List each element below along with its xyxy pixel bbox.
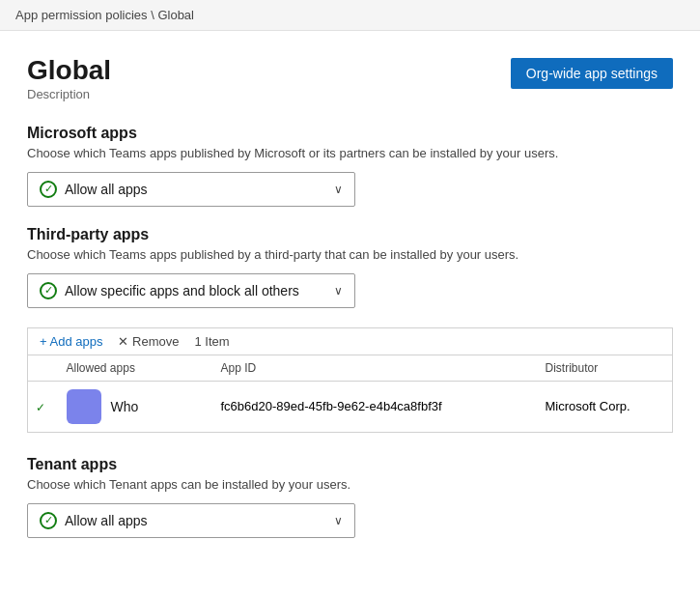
col-header-distributor: Distributor	[538, 355, 673, 381]
third-party-apps-dropdown-value: Allow specific apps and block all others	[65, 283, 299, 298]
third-party-apps-dropdown[interactable]: ✓ Allow specific apps and block all othe…	[27, 273, 355, 308]
col-header-app-id: App ID	[213, 355, 538, 381]
microsoft-apps-title: Microsoft apps	[27, 125, 673, 142]
third-party-apps-desc: Choose which Teams apps published by a t…	[27, 247, 673, 262]
org-wide-settings-button[interactable]: Org-wide app settings	[511, 58, 673, 89]
header-row: Global Description Org-wide app settings	[27, 54, 673, 121]
col-header-allowed-apps: Allowed apps	[59, 355, 213, 381]
row-app-id-cell: fc6b6d20-89ed-45fb-9e62-e4b4ca8fbf3f	[213, 381, 538, 432]
add-apps-button[interactable]: + Add apps	[40, 334, 102, 349]
apps-table: Allowed apps App ID Distributor ✓ W	[27, 355, 673, 433]
tenant-apps-title: Tenant apps	[27, 456, 673, 473]
row-app-name-cell: Who	[59, 381, 213, 432]
microsoft-apps-section: Microsoft apps Choose which Teams apps p…	[27, 125, 673, 207]
page-title-group: Global Description	[27, 54, 111, 121]
check-circle-icon-3: ✓	[40, 512, 57, 529]
tenant-apps-section: Tenant apps Choose which Tenant apps can…	[27, 456, 673, 538]
check-circle-icon: ✓	[40, 181, 57, 198]
app-name: Who	[111, 399, 139, 414]
third-party-apps-title: Third-party apps	[27, 226, 673, 243]
table-header-row: Allowed apps App ID Distributor	[28, 355, 673, 381]
chevron-down-icon-3: ∨	[334, 514, 343, 527]
table-row: ✓ Who fc6b6d20-89ed-45fb-9e62-e4b4ca8fbf…	[28, 381, 673, 432]
tenant-apps-dropdown[interactable]: ✓ Allow all apps ∨	[27, 503, 355, 538]
row-check-icon: ✓	[36, 401, 45, 414]
row-distributor-cell: Microsoft Corp.	[538, 381, 673, 432]
tenant-apps-dropdown-value: Allow all apps	[65, 513, 148, 528]
breadcrumb: App permission policies \ Global	[0, 0, 700, 31]
apps-toolbar: + Add apps ✕ Remove 1 Item	[27, 327, 673, 355]
page-title: Global	[27, 54, 111, 87]
chevron-down-icon-2: ∨	[334, 284, 343, 298]
main-content: Global Description Org-wide app settings…	[0, 31, 700, 596]
tenant-apps-desc: Choose which Tenant apps can be installe…	[27, 477, 673, 492]
microsoft-apps-dropdown[interactable]: ✓ Allow all apps ∨	[27, 172, 355, 207]
microsoft-apps-dropdown-value: Allow all apps	[65, 182, 148, 197]
remove-button[interactable]: ✕ Remove	[118, 334, 179, 349]
row-check-cell: ✓	[28, 381, 59, 432]
apps-table-wrapper: + Add apps ✕ Remove 1 Item Allowed apps …	[27, 327, 673, 433]
col-header-check	[28, 355, 59, 381]
third-party-apps-section: Third-party apps Choose which Teams apps…	[27, 226, 673, 433]
item-count: 1 Item	[194, 334, 229, 349]
app-icon	[67, 389, 101, 424]
description-label: Description	[27, 87, 111, 101]
chevron-down-icon: ∨	[334, 183, 343, 196]
microsoft-apps-desc: Choose which Teams apps published by Mic…	[27, 146, 673, 160]
check-circle-icon-2: ✓	[40, 282, 57, 299]
